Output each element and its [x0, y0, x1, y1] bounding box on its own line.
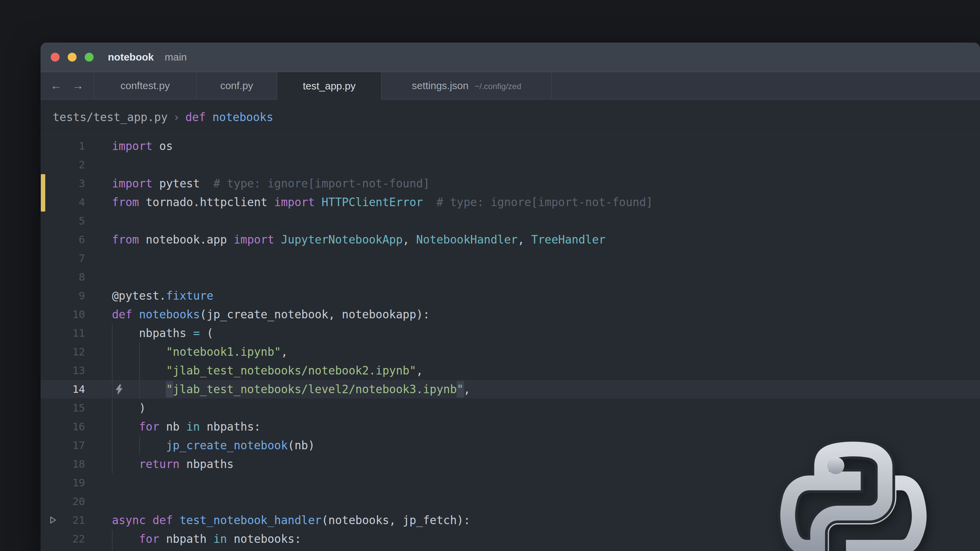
code-line[interactable]: 5	[40, 211, 980, 230]
git-branch-label[interactable]: main	[165, 51, 187, 63]
minimize-window-icon[interactable]	[68, 53, 76, 62]
line-number: 22	[40, 530, 85, 548]
line-number: 14	[40, 380, 85, 399]
line-number: 9	[40, 286, 85, 305]
python-logo-watermark	[776, 437, 930, 551]
line-number: 2	[40, 156, 85, 174]
tab-label: test_app.py	[303, 80, 356, 92]
code-line[interactable]: 7	[40, 249, 980, 268]
run-test-icon[interactable]	[48, 515, 57, 526]
code-editor[interactable]: 1import os23import pytest # type: ignore…	[40, 135, 980, 551]
traffic-lights	[51, 53, 94, 62]
tab-test-app[interactable]: test_app.py	[277, 72, 382, 100]
tab-bar-empty-space	[552, 72, 980, 100]
code-line[interactable]: 14 "jlab_test_notebooks/level2/notebook3…	[40, 380, 980, 399]
close-window-icon[interactable]	[51, 53, 60, 62]
code-text: async def test_notebook_handler(notebook…	[112, 511, 470, 530]
code-line[interactable]: 1import os	[40, 137, 980, 156]
line-number: 6	[40, 230, 85, 249]
history-nav: ← →	[40, 72, 94, 100]
tab-conf[interactable]: conf.py	[197, 72, 277, 100]
code-line[interactable]: 15 )	[40, 399, 980, 417]
code-line[interactable]: 6from notebook.app import JupyterNoteboo…	[40, 230, 980, 249]
line-number: 5	[40, 211, 85, 230]
code-action-lightning-icon[interactable]	[115, 384, 123, 396]
line-number: 10	[40, 305, 85, 324]
code-text: "jlab_test_notebooks/notebook2.ipynb",	[112, 361, 423, 380]
code-text: def notebooks(jp_create_notebook, notebo…	[112, 305, 430, 324]
line-number: 21	[40, 511, 85, 530]
line-number: 17	[40, 436, 85, 455]
forward-arrow-icon[interactable]: →	[72, 79, 84, 92]
chevron-right-icon: ›	[173, 111, 180, 124]
line-number: 16	[40, 417, 85, 436]
title-bar[interactable]: notebook main	[40, 43, 980, 72]
tab-label: conftest.py	[121, 80, 170, 92]
git-modified-indicator	[41, 174, 45, 211]
code-text: )	[112, 399, 146, 417]
code-line[interactable]: 16 for nb in nbpaths:	[40, 417, 980, 436]
line-number: 11	[40, 324, 85, 343]
code-line[interactable]: 12 "notebook1.ipynb",	[40, 343, 980, 361]
line-number: 1	[40, 137, 85, 156]
zoom-window-icon[interactable]	[85, 53, 94, 62]
project-title[interactable]: notebook	[108, 51, 154, 63]
code-text: from tornado.httpclient import HTTPClien…	[112, 193, 653, 211]
breadcrumb[interactable]: tests/test_app.py › def notebooks	[40, 100, 980, 135]
code-line[interactable]: 11 nbpaths = (	[40, 324, 980, 343]
tab-bar: ← → conftest.py conf.py test_app.py sett…	[40, 72, 980, 100]
code-text: for nbpath in notebooks:	[112, 530, 301, 548]
tab-settings[interactable]: settings.json ~/.config/zed	[382, 72, 552, 100]
code-line[interactable]: 9@pytest.fixture	[40, 286, 980, 305]
code-text: return nbpaths	[112, 455, 234, 473]
back-arrow-icon[interactable]: ←	[50, 79, 62, 92]
tab-label: conf.py	[220, 80, 253, 92]
code-text: @pytest.fixture	[112, 286, 213, 305]
tab-conftest[interactable]: conftest.py	[94, 72, 197, 100]
code-text: jp_create_notebook(nb)	[112, 436, 315, 455]
line-number: 15	[40, 399, 85, 417]
code-text: import os	[112, 137, 173, 156]
code-text: import pytest # type: ignore[import-not-…	[112, 174, 430, 193]
code-text: nbpaths = (	[112, 324, 213, 343]
code-line[interactable]: 10def notebooks(jp_create_notebook, note…	[40, 305, 980, 324]
code-line[interactable]: 3import pytest # type: ignore[import-not…	[40, 174, 980, 193]
editor-window: notebook main ← → conftest.py conf.py te…	[40, 43, 980, 551]
line-number: 20	[40, 492, 85, 511]
line-number: 18	[40, 455, 85, 473]
line-number: 7	[40, 249, 85, 268]
line-number: 4	[40, 193, 85, 211]
breadcrumb-symbol-keyword: def	[185, 111, 206, 124]
code-line[interactable]: 13 "jlab_test_notebooks/notebook2.ipynb"…	[40, 361, 980, 380]
line-number: 3	[40, 174, 85, 193]
line-number: 19	[40, 473, 85, 492]
line-number: 12	[40, 343, 85, 361]
breadcrumb-file-path[interactable]: tests/test_app.py	[53, 111, 168, 124]
code-text: from notebook.app import JupyterNotebook…	[112, 230, 605, 249]
code-line[interactable]: 4from tornado.httpclient import HTTPClie…	[40, 193, 980, 211]
code-text: "jlab_test_notebooks/level2/notebook3.ip…	[112, 380, 470, 399]
tab-label: settings.json	[412, 80, 469, 92]
line-number: 8	[40, 268, 85, 286]
tab-path-subtitle: ~/.config/zed	[475, 82, 521, 91]
code-text: for nb in nbpaths:	[112, 417, 261, 436]
line-number: 13	[40, 361, 85, 380]
code-text: "notebook1.ipynb",	[112, 343, 288, 361]
breadcrumb-symbol-name[interactable]: notebooks	[212, 111, 273, 124]
code-line[interactable]: 2	[40, 156, 980, 174]
code-line[interactable]: 8	[40, 268, 980, 286]
